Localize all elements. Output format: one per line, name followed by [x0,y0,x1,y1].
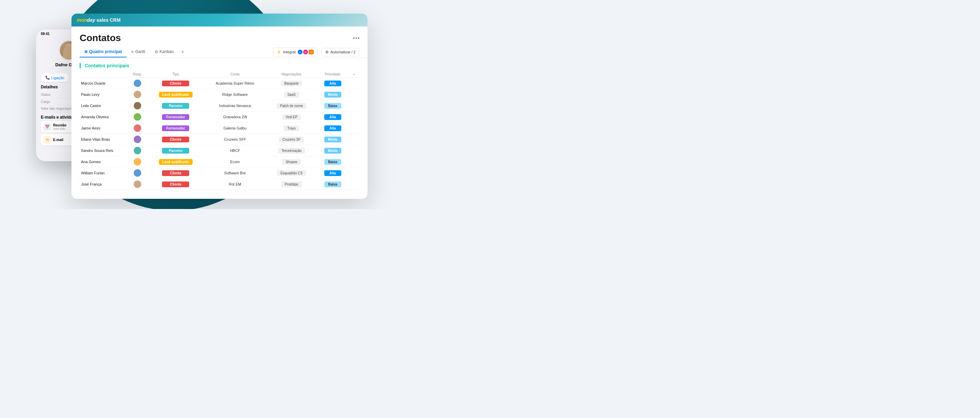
negociacoes-badge: Esquadrão CS [277,170,306,176]
tipo-badge: Cliente [162,182,189,187]
tab-gantt[interactable]: ≡ Gantt [127,47,150,57]
negociacoes-badge: Cruzeiro SF [279,137,304,142]
negociacoes-badge: SaaS [284,92,299,98]
section-header: Contatos principais [80,63,360,68]
contact-resp [127,111,148,123]
integrate-icons: m M +2 [298,50,314,54]
contact-prioridade: Baixa [317,100,348,111]
contact-negociacoes: Esquadrão CS [266,168,317,179]
table-row[interactable]: Eliane Vilas Boas Cliente Cruzeiro SFF C… [80,134,360,145]
contact-negociacoes: Cruzeiro SF [266,134,317,145]
contact-resp [127,179,148,190]
logo-monday: mon [77,17,87,23]
contact-conta: HBCF [204,145,266,156]
table-row[interactable]: Paulo Levy Lead qualificado Ridge Softwa… [80,89,360,100]
prioridade-badge: Alta [324,170,341,176]
cargo-label: Cargo [41,100,50,104]
contact-tipo: Cliente [148,179,204,190]
negociacoes-badge: Patch de nome [277,103,306,109]
contact-prioridade: Baixa [317,179,348,190]
logo-product: sales CRM [97,17,121,23]
prioridade-badge: Baixa [324,103,341,109]
email-activity-title: E-mail [53,138,73,142]
contact-resp [127,134,148,145]
resp-avatar [134,124,141,132]
automate-label: Automatizar / 2 [331,50,356,54]
call-label: Ligação [51,76,65,80]
conta-text: Indústrias Nevasca [219,104,251,108]
table-row[interactable]: Leila Castro Parceiro Indústrias Nevasca… [80,100,360,111]
contact-prioridade: Média [317,89,348,100]
call-button[interactable]: 📞 Ligação [41,73,69,82]
resp-avatar [134,79,141,87]
contact-prioridade: Alta [317,78,348,89]
conta-text: Galeria Galbu [224,126,247,130]
contact-conta: Ecom [204,156,266,168]
contact-conta: Rot EM [204,179,266,190]
table-row[interactable]: Sandro Souza Reis Parceiro HBCF Terceiri… [80,145,360,156]
logo-day: day [87,17,95,23]
contact-tipo: Lead qualificado [148,156,204,168]
col-add[interactable]: + [349,71,360,78]
page-title: Contatos [80,33,121,43]
contact-prioridade: Alta [317,123,348,134]
contact-negociacoes: Basquete [266,78,317,89]
automate-button[interactable]: ⚙ Automatizar / 2 [321,48,360,56]
col-tipo: Tipo [148,71,204,78]
meeting-icon: 📅 [43,123,51,130]
contact-resp [127,145,148,156]
kanban-icon: ⊟ [155,50,158,54]
contact-extra [349,78,360,89]
conta-text: Software Bre [224,171,246,175]
more-options-button[interactable] [353,37,360,39]
prioridade-badge: Baixa [324,159,341,165]
dot3 [358,37,360,39]
tipo-badge: Cliente [162,137,189,142]
tab-kanban[interactable]: ⊟ Kanban [150,47,178,57]
section-title: Contatos principais [85,63,129,68]
contact-conta: Software Bre [204,168,266,179]
tipo-badge: Cliente [162,170,189,176]
tipo-badge: Cliente [162,81,189,86]
contact-tipo: Fornecedor [148,111,204,123]
col-conta: Conta [204,71,266,78]
section-accent [80,63,81,68]
table-row[interactable]: Ana Gomes Lead qualificado Ecom Shopee B… [80,156,360,168]
resp-avatar [134,102,141,109]
negociacoes-badge: Basquete [281,81,302,86]
contact-name: William Furlan [80,168,127,179]
crm-content: Contatos principais Resp. Tipo Conta Neg… [72,58,368,199]
contact-negociacoes: Shopee [266,156,317,168]
contact-negociacoes: Terceirização [266,145,317,156]
table-row[interactable]: José França Cliente Rot EM Protótipo Bai… [80,179,360,190]
contact-name: Sandro Souza Reis [80,145,127,156]
tab-quadro-principal[interactable]: ⊞ Quadro principal [80,47,127,57]
crm-main: Contatos ⊞ Quadro principal ≡ Gantt ⊟ Ka… [72,27,368,199]
contact-negociacoes: Patch de nome [266,100,317,111]
negociacoes-badge: Protótipo [282,182,302,187]
status-label: Status [41,93,50,97]
integrate-button[interactable]: ⚡ Integrar m M +2 [273,48,318,56]
col-prioridade: Prioridade [317,71,348,78]
contact-conta: Indústrias Nevasca [204,100,266,111]
add-tab-button[interactable]: + [178,46,187,58]
contact-negociacoes: SaaS [266,89,317,100]
table-row[interactable]: Jaime Aires Fornecedor Galeria Galbu Tra… [80,123,360,134]
table-row[interactable]: Marcos Duarte Cliente Academia Super Rit… [80,78,360,89]
contacts-table: Resp. Tipo Conta Negociações Prioridade … [80,71,360,190]
contact-resp [127,100,148,111]
contact-tipo: Parceiro [148,100,204,111]
contact-prioridade: Média [317,145,348,156]
table-row[interactable]: Amanda Oliveira Fornecedor Gravadora Zif… [80,111,360,123]
table-row[interactable]: William Furlan Cliente Software Bre Esqu… [80,168,360,179]
contact-resp [127,123,148,134]
contact-tipo: Lead qualificado [148,89,204,100]
crm-panel: monday sales CRM Contatos ⊞ Quadro princ… [72,14,368,199]
tab-kanban-label: Kanban [159,49,173,54]
conta-text: Rot EM [229,182,241,186]
tipo-badge: Fornecedor [162,114,189,120]
prioridade-badge: Baixa [324,182,341,187]
contact-resp [127,78,148,89]
contact-resp [127,168,148,179]
contact-tipo: Cliente [148,168,204,179]
